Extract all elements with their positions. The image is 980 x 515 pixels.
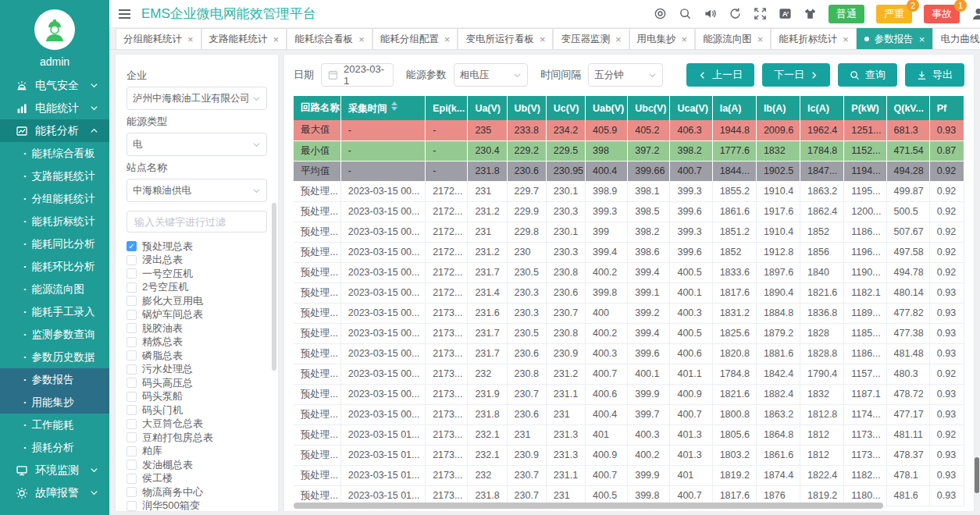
sort-icon[interactable] <box>391 101 397 111</box>
sidebar-item-损耗分析[interactable]: 损耗分析 <box>0 436 109 459</box>
sidebar-item-能耗折标统计[interactable]: 能耗折标统计 <box>0 210 109 233</box>
volume-icon[interactable] <box>704 7 717 20</box>
column-header-13[interactable]: Q(kV... <box>886 96 929 120</box>
checkbox-unchecked[interactable] <box>127 432 137 442</box>
column-header-12[interactable]: P(kW) <box>844 96 886 120</box>
refresh-icon[interactable] <box>729 7 742 20</box>
close-icon[interactable]: × <box>682 34 688 44</box>
alarm-badge-普通[interactable]: 普通 <box>829 5 864 23</box>
checkbox-unchecked[interactable] <box>127 474 137 484</box>
tab-分组能耗统计[interactable]: 分组能耗统计× <box>116 28 201 49</box>
close-icon[interactable]: × <box>843 34 849 44</box>
checkbox-unchecked[interactable] <box>127 378 137 388</box>
sidebar-item-用能集抄[interactable]: 用能集抄 <box>0 391 109 414</box>
checkbox-unchecked[interactable] <box>127 337 137 347</box>
alarm-badge-事故[interactable]: 事故1 <box>924 5 960 23</box>
circuit-item-润华500箱变[interactable]: 润华500箱变 <box>127 499 267 512</box>
hamburger-menu-icon[interactable] <box>119 7 130 21</box>
checkbox-unchecked[interactable] <box>127 282 137 293</box>
sidebar-item-参数报告[interactable]: 参数报告 <box>0 368 109 391</box>
fullscreen-icon[interactable] <box>754 7 767 20</box>
sidebar-item-能耗同比分析[interactable]: 能耗同比分析 <box>0 233 109 255</box>
user-person-icon[interactable] <box>971 7 980 21</box>
下一日-button[interactable]: 下一日 <box>762 63 830 87</box>
column-header-2[interactable]: Epi(k... <box>426 96 468 120</box>
font-size-icon[interactable]: Az <box>779 7 792 20</box>
sidebar-item-分组能耗统计[interactable]: 分组能耗统计 <box>0 187 109 210</box>
tab-能耗折标统计[interactable]: 能耗折标统计× <box>771 28 857 49</box>
close-icon[interactable]: × <box>615 34 622 44</box>
circuit-item-豆粕打包房总表[interactable]: 豆粕打包房总表 <box>127 431 267 445</box>
checkbox-unchecked[interactable] <box>127 296 137 306</box>
checkbox-unchecked[interactable] <box>127 364 137 375</box>
column-header-14[interactable]: Pf <box>929 96 964 120</box>
tab-变压器监测[interactable]: 变压器监测× <box>553 28 629 49</box>
avatar[interactable] <box>34 9 75 50</box>
tab-变电所运行看板[interactable]: 变电所运行看板× <box>458 28 553 49</box>
circuit-item-发油棚总表[interactable]: 发油棚总表 <box>127 458 267 472</box>
tab-能耗综合看板[interactable]: 能耗综合看板× <box>287 28 372 49</box>
close-icon[interactable]: × <box>757 34 764 44</box>
close-icon[interactable]: × <box>919 34 925 44</box>
checkbox-unchecked[interactable] <box>127 310 137 320</box>
circuit-item-侯工楼[interactable]: 侯工楼 <box>127 472 267 486</box>
circuit-item-预处理总表[interactable]: ✓预处理总表 <box>127 240 267 254</box>
sidebar-item-能耗环比分析[interactable]: 能耗环比分析 <box>0 255 109 278</box>
column-header-4[interactable]: Ub(V) <box>507 96 546 120</box>
circuit-item-2号空压机[interactable]: 2号空压机 <box>127 281 267 295</box>
circuit-item-码头门机[interactable]: 码头门机 <box>127 403 267 417</box>
checkbox-unchecked[interactable] <box>127 446 137 456</box>
sidebar-item-能耗手工录入[interactable]: 能耗手工录入 <box>0 300 109 323</box>
column-header-7[interactable]: Ubc(V) <box>628 96 670 120</box>
sidebar-item-电能统计[interactable]: 电能统计 <box>0 97 109 119</box>
checkbox-unchecked[interactable] <box>127 255 137 265</box>
checkbox-unchecked[interactable] <box>127 460 137 470</box>
checkbox-unchecked[interactable] <box>127 405 137 415</box>
tab-能源流向图[interactable]: 能源流向图× <box>695 28 771 49</box>
tab-支路能耗统计[interactable]: 支路能耗统计× <box>201 28 287 49</box>
checkbox-unchecked[interactable] <box>127 323 137 333</box>
circuit-item-粕库[interactable]: 粕库 <box>127 445 267 459</box>
keyword-filter-input[interactable] <box>127 211 267 233</box>
上一日-button[interactable]: 上一日 <box>686 63 754 87</box>
column-header-11[interactable]: Ic(A) <box>800 96 844 120</box>
close-icon[interactable]: × <box>273 34 280 44</box>
energy-param-select[interactable]: 相电压 <box>454 63 529 87</box>
circuit-item-锅炉车间总表[interactable]: 锅炉车间总表 <box>127 308 267 322</box>
sidebar-item-监测参数查询[interactable]: 监测参数查询 <box>0 323 109 346</box>
sidebar-item-工作能耗[interactable]: 工作能耗 <box>0 414 109 436</box>
circuit-item-污水处理总[interactable]: 污水处理总 <box>127 363 267 377</box>
查询-button[interactable]: 查询 <box>838 63 897 87</box>
alarm-badge-严重[interactable]: 严重2 <box>876 5 912 23</box>
interval-select[interactable]: 五分钟 <box>588 63 663 87</box>
tab-电力曲线记录[interactable]: 电力曲线记录× <box>932 28 980 49</box>
filter-select-企业[interactable]: 泸州中海粮油工业有限公司 <box>127 87 267 110</box>
column-header-0[interactable]: 回路名称 <box>294 96 340 120</box>
checkbox-unchecked[interactable] <box>127 501 137 511</box>
checkbox-unchecked[interactable] <box>127 268 137 279</box>
close-icon[interactable]: × <box>540 34 546 44</box>
checkbox-unchecked[interactable] <box>127 487 137 497</box>
circuit-item-膨化大豆用电[interactable]: 膨化大豆用电 <box>127 294 267 308</box>
tab-能耗分组配置[interactable]: 能耗分组配置× <box>372 28 458 49</box>
target-icon[interactable] <box>654 7 667 20</box>
circuit-item-码头泵船[interactable]: 码头泵船 <box>127 390 267 404</box>
date-input[interactable]: 2023-03-1 <box>321 63 394 87</box>
column-header-5[interactable]: Uc(V) <box>546 96 585 120</box>
filter-select-站点名称[interactable]: 中海粮油供电 <box>127 179 267 202</box>
circuit-item-物流商务中心[interactable]: 物流商务中心 <box>127 485 267 499</box>
column-header-10[interactable]: Ib(A) <box>756 96 800 120</box>
tab-参数报告[interactable]: 参数报告× <box>857 28 933 49</box>
circuit-item-码头高压总[interactable]: 码头高压总 <box>127 376 267 390</box>
sidebar-item-环境监测[interactable]: 环境监测 <box>0 459 109 481</box>
sidebar-item-故障报警[interactable]: 故障报警 <box>0 481 109 504</box>
horizontal-scrollbar[interactable] <box>294 503 883 509</box>
filter-select-能源类型[interactable]: 电 <box>127 133 267 156</box>
circuit-item-精炼总表[interactable]: 精炼总表 <box>127 336 267 350</box>
sidebar-item-能耗分析[interactable]: 能耗分析 <box>0 119 109 142</box>
close-icon[interactable]: × <box>444 34 451 44</box>
column-header-8[interactable]: Uca(V) <box>670 96 712 120</box>
circuit-item-大豆筒仓总表[interactable]: 大豆筒仓总表 <box>127 417 267 432</box>
filter-list-scrollbar[interactable] <box>272 203 276 371</box>
checkbox-unchecked[interactable] <box>127 419 137 429</box>
